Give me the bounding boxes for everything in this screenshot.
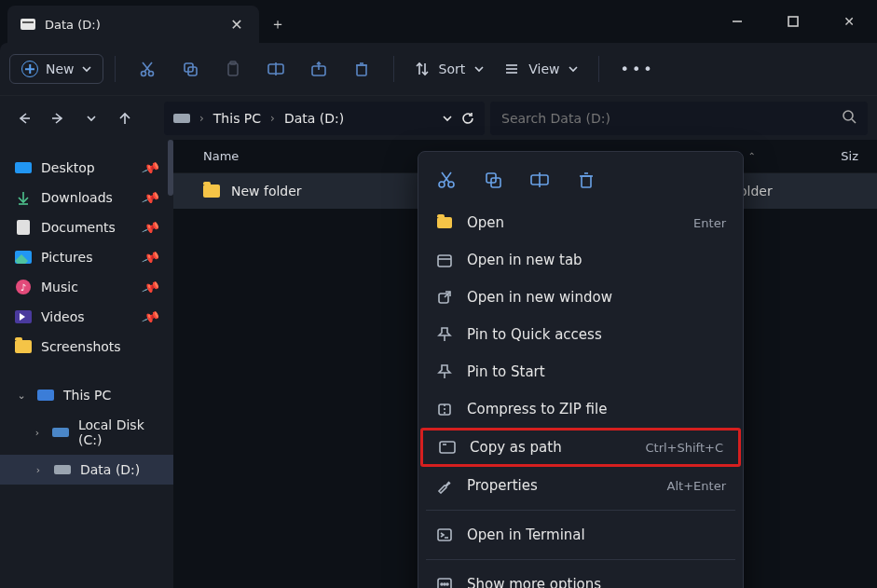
chevron-right-icon[interactable]: › <box>32 464 45 476</box>
refresh-button[interactable] <box>460 111 475 126</box>
ctx-compress-zip[interactable]: Compress to ZIP file <box>418 390 743 428</box>
ctx-open-new-tab[interactable]: Open in new tab <box>418 241 743 279</box>
pin-icon <box>435 362 454 381</box>
copy-path-icon <box>438 438 457 457</box>
file-name: New folder <box>231 184 302 198</box>
copy-button[interactable] <box>170 52 211 86</box>
new-button[interactable]: New <box>9 54 103 84</box>
ctx-pin-start[interactable]: Pin to Start <box>418 353 743 390</box>
view-label: View <box>528 62 559 76</box>
download-icon <box>15 190 32 205</box>
toolbar-separator <box>598 56 599 82</box>
ctx-open-terminal[interactable]: Open in Terminal <box>418 516 743 554</box>
sort-icon <box>415 62 430 76</box>
recent-button[interactable] <box>75 102 108 135</box>
sort-indicator-icon: ⌃ <box>748 151 756 161</box>
svg-line-43 <box>445 292 450 297</box>
ctx-open[interactable]: Open Enter <box>418 204 743 241</box>
minimize-button[interactable] <box>709 0 765 43</box>
chevron-down-icon[interactable] <box>442 113 453 124</box>
wrench-icon <box>435 476 454 495</box>
toolbar-separator <box>115 56 116 82</box>
close-window-button[interactable]: ✕ <box>821 0 877 43</box>
pin-icon: 📌 <box>141 248 160 267</box>
address-bar[interactable]: › This PC › Data (D:) <box>164 102 485 135</box>
chevron-down-icon <box>82 64 91 74</box>
paste-button[interactable] <box>212 52 254 86</box>
back-button[interactable] <box>7 102 41 135</box>
folder-icon <box>203 185 220 198</box>
ctx-properties[interactable]: Properties Alt+Enter <box>418 467 743 504</box>
view-button[interactable]: View <box>495 56 587 82</box>
chevron-down-icon <box>474 64 484 74</box>
more-button[interactable]: ••• <box>610 61 664 78</box>
breadcrumb-root[interactable]: This PC <box>213 111 261 126</box>
cut-button[interactable] <box>127 52 168 86</box>
ctx-delete-button[interactable] <box>571 167 601 193</box>
tab-icon <box>435 251 454 269</box>
ctx-cut-button[interactable] <box>432 167 461 193</box>
ctx-show-more[interactable]: Show more options <box>418 566 743 588</box>
sidebar-item-documents[interactable]: Documents📌 <box>0 212 173 242</box>
column-size[interactable]: Siz <box>830 149 858 163</box>
chevron-down-icon <box>569 64 578 74</box>
sidebar-item-screenshots[interactable]: Screenshots <box>0 332 173 362</box>
tab-title: Data (D:) <box>45 18 218 32</box>
svg-point-25 <box>843 111 853 120</box>
file-type: older <box>739 184 851 198</box>
delete-button[interactable] <box>341 52 382 86</box>
sidebar-item-this-pc[interactable]: ⌄This PC <box>0 380 173 410</box>
external-icon <box>435 288 454 307</box>
pin-icon <box>435 325 454 344</box>
folder-icon <box>15 340 32 353</box>
sidebar-item-desktop[interactable]: Desktop📌 <box>0 153 173 183</box>
ctx-pin-quick-access[interactable]: Pin to Quick access <box>418 316 743 353</box>
pin-icon: 📌 <box>141 158 160 178</box>
up-button[interactable] <box>108 102 142 135</box>
svg-point-53 <box>441 583 443 585</box>
context-separator <box>426 559 735 560</box>
sidebar-item-videos[interactable]: Videos📌 <box>0 302 173 332</box>
sidebar-item-local-disk-c[interactable]: ›Local Disk (C:) <box>0 410 173 455</box>
share-button[interactable] <box>298 52 339 86</box>
chevron-right-icon[interactable]: › <box>32 427 43 439</box>
window-tab[interactable]: Data (D:) ✕ <box>7 6 259 43</box>
ctx-open-new-window[interactable]: Open in new window <box>418 279 743 316</box>
forward-button[interactable] <box>41 102 75 135</box>
maximize-button[interactable] <box>765 0 821 43</box>
sidebar-item-music[interactable]: Music📌 <box>0 272 173 302</box>
close-tab-button[interactable]: ✕ <box>227 15 246 34</box>
sidebar-item-downloads[interactable]: Downloads📌 <box>0 183 173 212</box>
plus-circle-icon <box>21 61 38 77</box>
context-menu: Open Enter Open in new tab Open in new w… <box>418 151 744 588</box>
sort-label: Sort <box>439 62 466 76</box>
svg-point-55 <box>446 583 448 585</box>
toolbar-separator <box>393 56 394 82</box>
sidebar-item-data-d[interactable]: ›Data (D:) <box>0 455 173 485</box>
terminal-icon <box>435 526 454 544</box>
drive-icon <box>52 428 69 437</box>
ctx-copy-as-path[interactable]: Copy as path Ctrl+Shift+C <box>420 428 741 467</box>
pin-icon: 📌 <box>141 278 160 297</box>
column-name[interactable]: Name <box>203 149 239 163</box>
svg-rect-1 <box>788 17 798 26</box>
folder-open-icon <box>435 213 454 232</box>
sort-button[interactable]: Sort <box>405 56 494 82</box>
rename-button[interactable] <box>255 52 296 86</box>
ctx-rename-button[interactable] <box>525 167 555 193</box>
svg-point-54 <box>444 583 445 585</box>
music-icon <box>16 280 31 294</box>
drive-icon <box>54 465 71 474</box>
search-box[interactable] <box>490 102 868 135</box>
desktop-icon <box>15 162 32 173</box>
pin-icon: 📌 <box>141 308 160 327</box>
chevron-down-icon[interactable]: ⌄ <box>15 390 28 402</box>
search-input[interactable] <box>501 111 842 126</box>
new-tab-button[interactable]: ＋ <box>259 6 296 43</box>
svg-rect-48 <box>440 442 455 453</box>
ctx-copy-button[interactable] <box>478 167 508 193</box>
breadcrumb-drive[interactable]: Data (D:) <box>284 111 344 126</box>
sidebar-item-pictures[interactable]: Pictures📌 <box>0 242 173 272</box>
svg-rect-8 <box>228 63 238 75</box>
svg-rect-37 <box>582 176 591 187</box>
